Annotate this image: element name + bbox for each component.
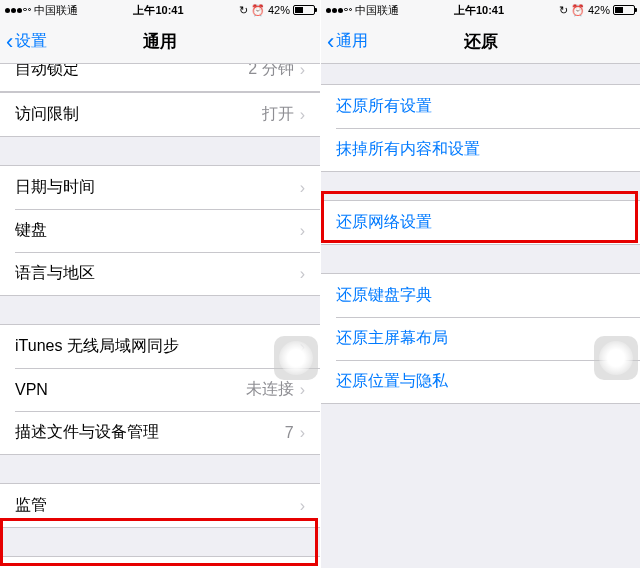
chevron-right-icon: › bbox=[300, 222, 305, 240]
alarm-icon: ⏰ bbox=[571, 4, 585, 17]
chevron-right-icon: › bbox=[300, 106, 305, 124]
status-right: ↻ ⏰ 42% bbox=[239, 4, 315, 17]
row-detail: 7 bbox=[285, 424, 294, 442]
status-left: 中国联通 bbox=[326, 3, 399, 18]
chevron-right-icon: › bbox=[300, 64, 305, 79]
status-time: 上午10:41 bbox=[399, 3, 559, 18]
row-erase-all-content[interactable]: 抹掉所有内容和设置 bbox=[321, 128, 640, 171]
row-label: 还原主屏幕布局 bbox=[336, 328, 625, 349]
battery-icon bbox=[293, 5, 315, 15]
row-reset-home-layout[interactable]: 还原主屏幕布局 bbox=[321, 317, 640, 360]
row-supervision[interactable]: 监管 › bbox=[0, 484, 320, 527]
status-bar: 中国联通 上午10:41 ↻ ⏰ 42% bbox=[321, 0, 640, 20]
row-label: 还原网络设置 bbox=[336, 212, 625, 233]
status-time: 上午10:41 bbox=[78, 3, 239, 18]
nav-title: 还原 bbox=[321, 30, 640, 53]
row-label: 访问限制 bbox=[15, 104, 262, 125]
row-autolock-cut[interactable]: 自动锁定 2 分钟 › bbox=[0, 64, 320, 92]
row-detail: 打开 bbox=[262, 104, 294, 125]
chevron-right-icon: › bbox=[300, 424, 305, 442]
battery-pct: 42% bbox=[268, 4, 290, 16]
signal-dots-icon bbox=[5, 8, 31, 13]
assistive-touch-icon bbox=[279, 341, 313, 375]
row-label: 语言与地区 bbox=[15, 263, 300, 284]
row-label: 还原键盘字典 bbox=[336, 285, 625, 306]
stage: 中国联通 上午10:41 ↻ ⏰ 42% ‹ 设置 通用 自动锁定 2 分钟 bbox=[0, 0, 640, 568]
row-label: 自动锁定 bbox=[15, 64, 248, 80]
content-left: 自动锁定 2 分钟 › 访问限制 打开 › 日期与时间 › 键 bbox=[0, 64, 320, 568]
chevron-left-icon: ‹ bbox=[6, 31, 13, 53]
row-label: 抹掉所有内容和设置 bbox=[336, 139, 625, 160]
status-right: ↻ ⏰ 42% bbox=[559, 4, 635, 17]
row-label: 键盘 bbox=[15, 220, 300, 241]
row-keyboard[interactable]: 键盘 › bbox=[0, 209, 320, 252]
content-right: 还原所有设置 抹掉所有内容和设置 还原网络设置 还原键盘字典 还原主屏幕布局 bbox=[321, 64, 640, 568]
row-reset-network-settings[interactable]: 还原网络设置 bbox=[321, 201, 640, 244]
chevron-right-icon: › bbox=[300, 179, 305, 197]
row-label: 监管 bbox=[15, 495, 300, 516]
assistive-touch-button[interactable] bbox=[594, 336, 638, 380]
row-label: 还原所有设置 bbox=[336, 96, 625, 117]
signal-dots-icon bbox=[326, 8, 352, 13]
status-left: 中国联通 bbox=[5, 3, 78, 18]
nav-back-button[interactable]: ‹ 设置 bbox=[0, 31, 47, 53]
phone-left: 中国联通 上午10:41 ↻ ⏰ 42% ‹ 设置 通用 自动锁定 2 分钟 bbox=[0, 0, 320, 568]
row-reset-all-settings[interactable]: 还原所有设置 bbox=[321, 85, 640, 128]
nav-back-label: 通用 bbox=[336, 31, 368, 52]
nav-bar: ‹ 通用 还原 bbox=[321, 20, 640, 64]
chevron-right-icon: › bbox=[300, 497, 305, 515]
status-bar: 中国联通 上午10:41 ↻ ⏰ 42% bbox=[0, 0, 320, 20]
chevron-right-icon: › bbox=[300, 265, 305, 283]
carrier-label: 中国联通 bbox=[34, 3, 78, 18]
orientation-lock-icon: ↻ bbox=[559, 4, 568, 17]
carrier-label: 中国联通 bbox=[355, 3, 399, 18]
battery-icon bbox=[613, 5, 635, 15]
row-vpn[interactable]: VPN 未连接 › bbox=[0, 368, 320, 411]
alarm-icon: ⏰ bbox=[251, 4, 265, 17]
row-label: VPN bbox=[15, 381, 246, 399]
row-itunes-wifi-sync[interactable]: iTunes 无线局域网同步 › bbox=[0, 325, 320, 368]
row-reset[interactable]: 还原 › bbox=[0, 557, 320, 568]
row-reset-keyboard-dict[interactable]: 还原键盘字典 bbox=[321, 274, 640, 317]
nav-bar: ‹ 设置 通用 bbox=[0, 20, 320, 64]
row-access-restrictions[interactable]: 访问限制 打开 › bbox=[0, 93, 320, 136]
row-date-time[interactable]: 日期与时间 › bbox=[0, 166, 320, 209]
row-label: 还原位置与隐私 bbox=[336, 371, 625, 392]
row-label: 日期与时间 bbox=[15, 177, 300, 198]
row-reset-location-privacy[interactable]: 还原位置与隐私 bbox=[321, 360, 640, 403]
nav-back-button[interactable]: ‹ 通用 bbox=[321, 31, 368, 53]
phone-right: 中国联通 上午10:41 ↻ ⏰ 42% ‹ 通用 还原 还原所有设置 bbox=[320, 0, 640, 568]
row-profiles[interactable]: 描述文件与设备管理 7 › bbox=[0, 411, 320, 454]
row-label: 描述文件与设备管理 bbox=[15, 422, 285, 443]
chevron-left-icon: ‹ bbox=[327, 31, 334, 53]
row-language-region[interactable]: 语言与地区 › bbox=[0, 252, 320, 295]
nav-title: 通用 bbox=[0, 30, 320, 53]
row-label: iTunes 无线局域网同步 bbox=[15, 336, 300, 357]
assistive-touch-icon bbox=[599, 341, 633, 375]
chevron-right-icon: › bbox=[300, 381, 305, 399]
orientation-lock-icon: ↻ bbox=[239, 4, 248, 17]
nav-back-label: 设置 bbox=[15, 31, 47, 52]
battery-pct: 42% bbox=[588, 4, 610, 16]
row-detail: 未连接 bbox=[246, 379, 294, 400]
assistive-touch-button[interactable] bbox=[274, 336, 318, 380]
row-detail: 2 分钟 bbox=[248, 64, 293, 80]
